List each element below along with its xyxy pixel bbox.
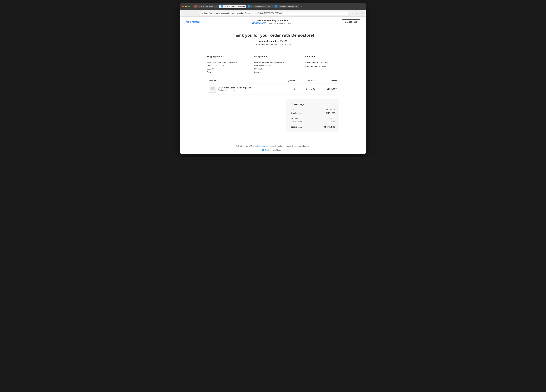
tab-favicon-customers xyxy=(275,6,277,7)
summary-row-vat: plus 8.1% VAT CHF 0.81 xyxy=(291,121,335,123)
col-quantity: Quantity xyxy=(279,78,297,84)
product-number-label-0: Product number: xyxy=(218,89,231,91)
url-text: https://abacus.sw.webwirkungdev.ch/check… xyxy=(204,12,282,14)
tab-order-finished[interactable]: Order finished | Demostore ✕ xyxy=(219,5,246,8)
shopware-credit-text: Realised with Shopware xyxy=(265,149,284,151)
phone-link[interactable]: 12345-123456789 xyxy=(249,22,266,24)
order-number-label: Your order number: xyxy=(259,40,279,42)
product-number-0: Product number: 0348 xyxy=(218,89,251,91)
shipping-method-label: Shipping method: xyxy=(305,65,321,67)
menu-icon[interactable]: ≡ xyxy=(360,11,364,15)
address-bar[interactable]: 🔒 https://abacus.sw.webwirkungdev.ch/che… xyxy=(199,11,349,15)
information-title: Information xyxy=(305,55,339,59)
payment-method-row: Payment method: Rechnung xyxy=(305,61,339,64)
minimize-window-button[interactable] xyxy=(185,6,187,7)
col-product: Product xyxy=(207,78,279,84)
product-thumbnail-0 xyxy=(209,85,216,93)
product-info-0: 96% Für das Sammeln von Altpapier Produc… xyxy=(209,85,278,93)
billing-country: Schweiz xyxy=(254,71,261,73)
product-cell-0: 96% Für das Sammeln von Altpapier Produc… xyxy=(207,84,279,95)
grand-total-value: CHF 10.81 xyxy=(324,126,335,128)
shipping-costs-link[interactable]: shipping costs xyxy=(256,145,267,147)
bookmarks-icon[interactable]: ☆ xyxy=(351,11,354,15)
back-button[interactable]: ← xyxy=(182,11,186,15)
lock-icon: 🔒 xyxy=(201,12,203,14)
go-to-homepage-link[interactable]: Go to homepage xyxy=(186,21,202,23)
back-to-shop-button[interactable]: Back to shop xyxy=(342,19,360,24)
grand-total-label: Grand total xyxy=(291,126,302,128)
product-image-icon xyxy=(210,86,215,91)
summary-row-net: Net total CHF 10.00 xyxy=(291,116,335,119)
shipping-method-row: Shipping method: Standard xyxy=(305,65,339,68)
summary-value-net: CHF 10.00 xyxy=(326,117,335,119)
tab-close-abacus[interactable]: ✕ xyxy=(215,6,217,7)
billing-street: Glärnischstrasse 13 xyxy=(254,64,271,67)
tab-favicon-abacus xyxy=(195,6,196,7)
product-text-0: 96% Für das Sammeln von Altpapier Produc… xyxy=(218,87,251,91)
tab-label-order: Order finished | Demostore xyxy=(224,6,245,7)
tab-customers[interactable]: Customers | Shopware Admini... ✕ xyxy=(273,5,299,8)
questions-label: Questions regarding your order? xyxy=(249,19,294,22)
product-qty-0: 1 xyxy=(279,84,297,95)
shipping-address-details: Noah Guestorder Menzi Guestorder Glärnis… xyxy=(207,61,250,74)
product-subtotal-0: CHF 10.00* xyxy=(317,84,339,95)
header-right: Back to shop xyxy=(342,19,360,24)
summary-value-vat: CHF 0.81 xyxy=(327,121,335,123)
svg-rect-1 xyxy=(210,87,214,88)
hours-text: Daily from 7:30 am to 10:00 pm xyxy=(268,22,294,24)
tab-abacus[interactable]: Ihre Abacus-Plattform ✕ xyxy=(193,5,219,8)
order-number-value: #10101 xyxy=(280,40,287,42)
billing-name: Noah Guestorder Menzi Guestorder xyxy=(254,61,285,64)
traffic-lights xyxy=(182,6,190,7)
summary-label-vat: plus 8.1% VAT xyxy=(291,121,303,123)
tab-close-shopware[interactable]: ✕ xyxy=(271,6,273,7)
tab-label-abacus: Ihre Abacus-Plattform xyxy=(197,6,214,7)
browser-tabs: Ihre Abacus-Plattform ✕ Order finished |… xyxy=(193,4,364,8)
product-table-body: 96% Für das Sammeln von Altpapier Produc… xyxy=(207,84,339,95)
tab-shopware-admin[interactable]: Shopware Administration ✕ xyxy=(246,5,273,8)
page-header: Go to homepage Questions regarding your … xyxy=(180,17,366,27)
product-table-header-row: Product Quantity excl. VAT Subtotal xyxy=(207,78,339,84)
shipping-street: Glärnischstrasse 13 xyxy=(207,64,224,67)
payment-method-label: Payment method: xyxy=(305,61,321,63)
summary-label-net: Net total xyxy=(291,117,298,119)
information-col: Information Payment method: Rechnung Shi… xyxy=(302,55,339,74)
billing-address-details: Noah Guestorder Menzi Guestorder Glärnis… xyxy=(254,61,297,74)
reload-button[interactable]: ↻ xyxy=(193,11,197,15)
shipping-method-value: Standard xyxy=(322,65,329,67)
toolbar-icons: ☆ ⊞ ≡ xyxy=(351,11,364,15)
product-number-value-0: 0348 xyxy=(232,89,235,91)
product-table-head: Product Quantity excl. VAT Subtotal xyxy=(207,78,339,84)
product-name-0: 96% Für das Sammeln von Altpapier xyxy=(218,87,251,89)
close-window-button[interactable] xyxy=(182,6,184,7)
new-tab-button[interactable]: + xyxy=(300,4,304,8)
shipping-name: Noah Guestorder Menzi Guestorder xyxy=(207,61,237,64)
address-section: Shipping address Noah Guestorder Menzi G… xyxy=(207,52,339,74)
maximize-window-button[interactable] xyxy=(188,6,190,7)
summary-box: Summary Total CHF 10.00* Shipping costs … xyxy=(286,99,339,132)
browser-toolbar: ← → ↻ 🔒 https://abacus.sw.webwirkungdev.… xyxy=(180,10,366,17)
extensions-icon[interactable]: ⊞ xyxy=(355,11,359,15)
header-left: Go to homepage xyxy=(186,21,202,23)
billing-address-col: Billing address Noah Guestorder Menzi Gu… xyxy=(254,55,302,74)
shopware-credit: S Realised with Shopware xyxy=(183,149,363,151)
summary-label-total: Total xyxy=(291,109,294,111)
billing-address-title: Billing address xyxy=(254,55,297,59)
payment-method-value: Rechnung xyxy=(321,61,330,63)
billing-city: 9500 Wil xyxy=(254,68,262,70)
shopware-logo-icon: S xyxy=(262,149,264,151)
svg-rect-3 xyxy=(210,89,213,90)
product-row-0: 96% Für das Sammeln von Altpapier Produc… xyxy=(207,84,339,95)
summary-label-shipping: Shipping costs xyxy=(291,112,303,114)
grand-total-row: Grand total CHF 10.81 xyxy=(291,124,335,128)
summary-row-shipping: Shipping costs CHF 0.00* xyxy=(291,112,335,114)
shipping-address-title: Shipping address xyxy=(207,55,250,59)
tab-label-customers: Customers | Shopware Admini... xyxy=(278,6,299,7)
thank-you-title: Thank you for your order with Demostore! xyxy=(207,33,339,38)
forward-button[interactable]: → xyxy=(188,11,192,15)
product-excl-vat-0: CHF 0.81 xyxy=(297,84,317,95)
page-footer: * All prices excl. VAT plus shipping cos… xyxy=(180,141,366,154)
shipping-country: Schweiz xyxy=(207,71,214,73)
shipping-city: 9500 Wil xyxy=(207,68,214,70)
footer-note-text: * All prices excl. VAT plus xyxy=(236,145,256,147)
